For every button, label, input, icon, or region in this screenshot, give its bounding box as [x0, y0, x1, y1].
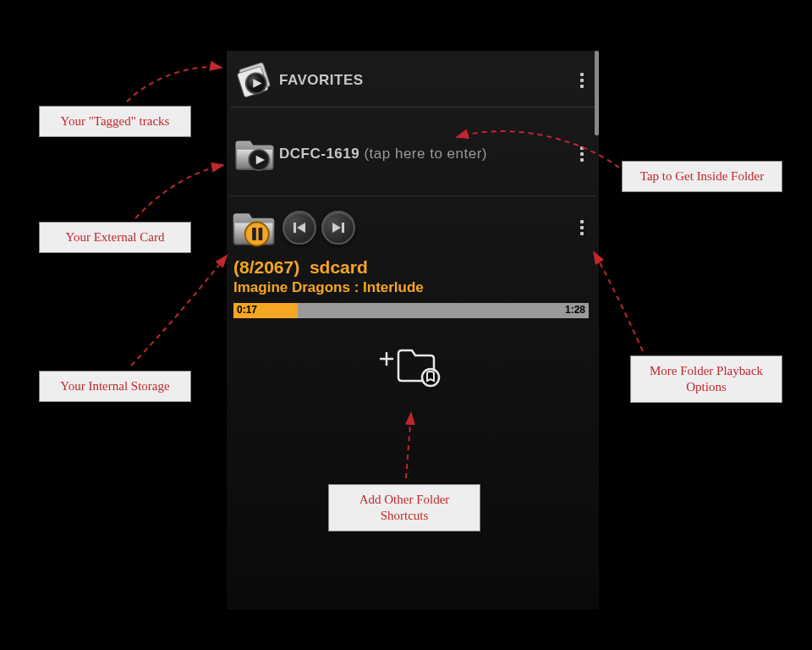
- row-folder-dcfc[interactable]: DCFC-1619 (tap here to enter): [227, 107, 599, 196]
- callout-enter-folder: Tap to Get Inside Folder: [622, 161, 782, 192]
- folder-play-icon: [230, 133, 279, 175]
- folder-pause-icon[interactable]: [230, 207, 277, 249]
- row-sdcard[interactable]: (8/2067) sdcard Imagine Dragons : Interl…: [227, 196, 599, 388]
- svg-rect-10: [294, 223, 296, 233]
- folder-sdcard-label: sdcard: [310, 257, 368, 277]
- svg-marker-11: [297, 223, 305, 233]
- favorites-overflow-icon[interactable]: [572, 68, 592, 93]
- progress-bar[interactable]: 0:17 1:28: [233, 303, 589, 318]
- callout-add-shortcuts: Add Other Folder Shortcuts: [328, 484, 480, 532]
- track-position: (8/2067): [233, 257, 299, 277]
- time-duration: 1:28: [565, 304, 585, 316]
- folder-name: DCFC-1619: [279, 146, 359, 162]
- now-playing-title: (8/2067) sdcard: [230, 257, 592, 278]
- folder-dcfc-label: DCFC-1619 (tap here to enter): [279, 146, 572, 162]
- time-elapsed: 0:17: [237, 304, 257, 316]
- favorites-play-icon: [230, 59, 279, 102]
- favorites-label: FAVORITES: [279, 72, 572, 89]
- svg-point-7: [245, 222, 269, 245]
- callout-external: Your External Card: [39, 222, 191, 253]
- sdcard-overflow-icon[interactable]: [572, 215, 592, 240]
- svg-rect-9: [259, 228, 263, 240]
- svg-marker-13: [332, 223, 341, 233]
- add-folder-shortcut-button[interactable]: [230, 344, 592, 388]
- prev-track-button[interactable]: [283, 211, 316, 245]
- callout-more-options: More Folder Playback Options: [630, 355, 782, 403]
- callout-internal: Your Internal Storage: [39, 371, 191, 402]
- next-track-button[interactable]: [321, 211, 355, 245]
- svg-rect-12: [342, 223, 344, 233]
- svg-rect-8: [252, 228, 256, 240]
- now-playing-track: Imagine Dragons : Interlude: [230, 279, 592, 296]
- callout-tagged: Your "Tagged" tracks: [39, 106, 191, 137]
- folder-overflow-icon[interactable]: [572, 141, 592, 167]
- row-favorites[interactable]: FAVORITES: [227, 51, 599, 107]
- folder-hint: (tap here to enter): [364, 146, 487, 162]
